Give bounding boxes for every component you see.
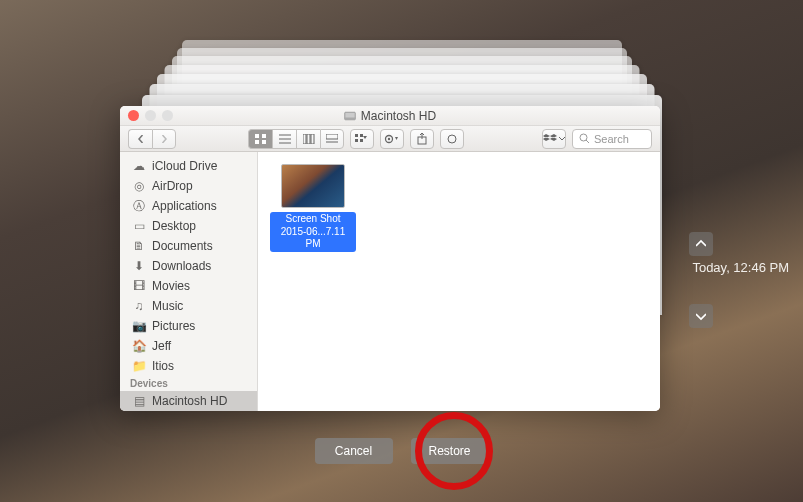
titlebar: Macintosh HD [120, 106, 660, 126]
search-placeholder: Search [594, 133, 629, 145]
minimize-button[interactable] [145, 110, 156, 121]
zoom-button[interactable] [162, 110, 173, 121]
home-icon: 🏠 [132, 339, 146, 353]
sidebar-item-folder[interactable]: 📁Itios [120, 356, 257, 376]
coverflow-view-button[interactable] [320, 129, 344, 149]
action-button[interactable] [380, 129, 404, 149]
disk-icon [344, 110, 356, 122]
sidebar-item-home[interactable]: 🏠Jeff [120, 336, 257, 356]
sidebar-item-label: Jeff [152, 339, 171, 353]
timeline-prev-button[interactable] [689, 232, 713, 256]
svg-rect-15 [360, 134, 363, 137]
finder-window: Macintosh HD [120, 106, 660, 411]
dropbox-button[interactable] [542, 129, 566, 149]
close-button[interactable] [128, 110, 139, 121]
chevron-right-icon [160, 135, 168, 143]
svg-rect-12 [326, 134, 338, 139]
sidebar-item-label: Pictures [152, 319, 195, 333]
svg-rect-2 [255, 134, 259, 138]
chevron-up-icon [696, 239, 706, 249]
sidebar-item-airdrop[interactable]: ◎AirDrop [120, 176, 257, 196]
toolbar: Search [120, 126, 660, 152]
svg-point-19 [388, 137, 390, 139]
window-controls [128, 110, 173, 121]
nav-back-forward [128, 129, 176, 149]
share-button[interactable] [410, 129, 434, 149]
svg-rect-14 [355, 134, 358, 137]
list-view-button[interactable] [272, 129, 296, 149]
sidebar-item-documents[interactable]: 🗎Documents [120, 236, 257, 256]
sidebar-section-devices: Devices [120, 376, 257, 391]
svg-rect-17 [360, 139, 363, 142]
search-icon [579, 133, 590, 144]
file-grid[interactable]: Screen Shot 2015-06...7.11 PM [258, 152, 660, 411]
documents-icon: 🗎 [132, 239, 146, 253]
sidebar-item-label: Documents [152, 239, 213, 253]
file-item[interactable]: Screen Shot 2015-06...7.11 PM [270, 164, 356, 252]
timeline-current-label: Today, 12:46 PM [692, 260, 789, 275]
svg-rect-9 [303, 134, 306, 144]
airdrop-icon: ◎ [132, 179, 146, 193]
music-icon: ♫ [132, 299, 146, 313]
folder-icon: 📁 [132, 359, 146, 373]
gear-icon [384, 134, 400, 144]
desktop-icon: ▭ [132, 219, 146, 233]
chevron-left-icon [137, 135, 145, 143]
back-button[interactable] [128, 129, 152, 149]
columns-icon [303, 134, 315, 144]
cloud-icon: ☁ [132, 159, 146, 173]
button-label: Cancel [335, 444, 372, 458]
sidebar-item-desktop[interactable]: ▭Desktop [120, 216, 257, 236]
sidebar-item-label: Movies [152, 279, 190, 293]
svg-point-22 [580, 134, 587, 141]
svg-point-21 [448, 135, 456, 143]
column-view-button[interactable] [296, 129, 320, 149]
icon-view-button[interactable] [248, 129, 272, 149]
file-thumbnail [281, 164, 345, 208]
share-icon [417, 133, 427, 145]
timeline-nav [689, 232, 713, 328]
file-name-line: Screen Shot [285, 213, 340, 224]
svg-rect-1 [345, 117, 356, 119]
coverflow-icon [326, 134, 338, 144]
sidebar: ☁iCloud Drive ◎AirDrop ⒶApplications ▭De… [120, 152, 258, 411]
sidebar-item-pictures[interactable]: 📷Pictures [120, 316, 257, 336]
timeline-next-button[interactable] [689, 304, 713, 328]
disk-icon: ▤ [132, 394, 146, 408]
tag-icon [446, 133, 458, 145]
sidebar-item-label: Downloads [152, 259, 211, 273]
svg-rect-10 [307, 134, 310, 144]
apps-icon: Ⓐ [132, 198, 146, 215]
sidebar-item-label: AirDrop [152, 179, 193, 193]
pictures-icon: 📷 [132, 319, 146, 333]
sidebar-item-movies[interactable]: 🎞Movies [120, 276, 257, 296]
window-title-text: Macintosh HD [361, 109, 436, 123]
chevron-down-icon [696, 311, 706, 321]
svg-rect-5 [262, 140, 266, 144]
grid-icon [255, 134, 267, 144]
svg-line-23 [586, 140, 589, 143]
sidebar-item-music[interactable]: ♫Music [120, 296, 257, 316]
sidebar-item-applications[interactable]: ⒶApplications [120, 196, 257, 216]
svg-rect-11 [311, 134, 314, 144]
sidebar-item-label: Macintosh HD [152, 394, 227, 408]
sidebar-item-downloads[interactable]: ⬇Downloads [120, 256, 257, 276]
downloads-icon: ⬇ [132, 259, 146, 273]
sidebar-item-label: Itios [152, 359, 174, 373]
movies-icon: 🎞 [132, 279, 146, 293]
chevron-down-icon [559, 137, 565, 141]
sidebar-item-label: Desktop [152, 219, 196, 233]
sidebar-item-icloud[interactable]: ☁iCloud Drive [120, 156, 257, 176]
tags-button[interactable] [440, 129, 464, 149]
list-icon [279, 134, 291, 144]
sidebar-item-macintosh-hd[interactable]: ▤Macintosh HD [120, 391, 257, 411]
file-name: Screen Shot 2015-06...7.11 PM [270, 212, 356, 252]
file-name-line: 2015-06...7.11 PM [281, 226, 346, 250]
search-field[interactable]: Search [572, 129, 652, 149]
arrange-button[interactable] [350, 129, 374, 149]
dropbox-icon [543, 134, 557, 144]
cancel-button[interactable]: Cancel [315, 438, 393, 464]
window-title: Macintosh HD [344, 109, 436, 123]
forward-button[interactable] [152, 129, 176, 149]
sidebar-item-label: Music [152, 299, 183, 313]
